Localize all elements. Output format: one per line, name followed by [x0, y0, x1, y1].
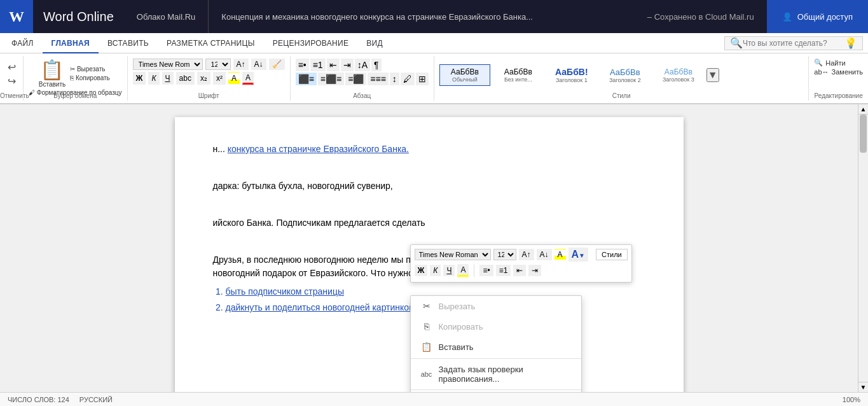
right-scrollbar[interactable]: ▲ ▼	[858, 104, 868, 392]
ft-highlight-color-button[interactable]: A	[457, 264, 469, 277]
style-heading2[interactable]: АаБбВв Заголовок 2	[600, 64, 651, 87]
app-logo: W	[0, 0, 33, 33]
show-marks-button[interactable]: ¶	[371, 59, 382, 71]
italic-button[interactable]: К	[148, 72, 159, 85]
ft-color-button[interactable]: A▼	[568, 248, 588, 262]
scrollbar-up-button[interactable]: ▲	[858, 104, 868, 115]
tab-insert[interactable]: ВСТАВИТЬ	[99, 33, 158, 53]
cloud-service-name: Облако Mail.Ru	[124, 0, 209, 33]
ft-bullets-button[interactable]: ≡•	[479, 265, 493, 276]
tab-file[interactable]: ФАЙЛ	[3, 33, 43, 53]
line-spacing-button[interactable]: ↕	[390, 73, 399, 85]
ft-grow-button[interactable]: A↑	[519, 249, 534, 260]
ribbon-search-input[interactable]	[743, 39, 844, 48]
redo-button[interactable]: ↪	[4, 74, 19, 88]
ctx-copy-icon: ⎘	[421, 321, 432, 332]
save-status: – Сохранено в Cloud Mail.ru	[635, 12, 767, 22]
style-no-spacing[interactable]: АаБбВв Без инте...	[493, 64, 544, 86]
style-heading3[interactable]: АаБбВв Заголовок 3	[653, 64, 704, 86]
status-bar: ЧИСЛО СЛОВ: 124 РУССКИЙ 100%	[0, 392, 868, 406]
ctx-divider-1	[411, 358, 581, 359]
ribbon-search-box[interactable]: 🔍 💡	[724, 36, 863, 50]
ft-bold-button[interactable]: Ж	[415, 265, 428, 276]
ft-underline-button[interactable]: Ч	[443, 265, 455, 276]
paste-area: 📋 Вставить ✂ Вырезать ⎘ Копировать	[39, 59, 112, 88]
ft-italic-button[interactable]: К	[430, 265, 441, 276]
font-color-button[interactable]: A	[242, 72, 254, 85]
ft-increase-indent-button[interactable]: ⇥	[528, 265, 541, 276]
ribbon-toolbar: ↩ ↪ Отменить 📋 Вставить ✂ Вырезать ⎘ Коп…	[0, 53, 868, 104]
highlight-button[interactable]: A	[228, 72, 240, 85]
cut-button[interactable]: ✂ Вырезать	[68, 65, 112, 73]
strikethrough-button[interactable]: abc	[176, 72, 195, 85]
borders-button[interactable]: ⊞	[416, 73, 429, 85]
font-family-select[interactable]: Times New Roman	[133, 59, 203, 70]
ft-shrink-button[interactable]: A↓	[537, 249, 552, 260]
paste-label: Вставить	[39, 81, 65, 88]
bold-button[interactable]: Ж	[133, 72, 146, 85]
ctx-spell-item[interactable]: abc Задать язык проверки правописания...	[411, 360, 581, 388]
scrollbar-track[interactable]	[858, 115, 868, 382]
main-area: Times New Roman 12 A↑ A↓ A A▼ Стили Ж К	[0, 104, 868, 392]
tab-home[interactable]: ГЛАВНАЯ	[43, 33, 99, 53]
styles-scroll-button[interactable]: ▼	[706, 68, 719, 82]
decrease-indent-button[interactable]: ⇤	[327, 59, 340, 71]
copy-button[interactable]: ⎘ Копировать	[68, 74, 112, 82]
ft-highlight-button[interactable]: A	[555, 249, 566, 260]
numbering-button[interactable]: ≡1	[310, 59, 326, 71]
undo-redo-group: ↩ ↪ Отменить	[0, 56, 24, 101]
clear-format-button[interactable]: 🧹	[269, 59, 285, 70]
document-scroll-area[interactable]: Times New Roman 12 A↑ A↓ A A▼ Стили Ж К	[0, 104, 858, 392]
ctx-copy-item[interactable]: ⎘ Копировать	[411, 316, 581, 337]
undo-group-label: Отменить	[0, 92, 23, 99]
font-grow-button[interactable]: A↑	[233, 59, 249, 70]
share-button[interactable]: 👤 Общий доступ	[767, 0, 868, 33]
subscript-button[interactable]: x₂	[197, 72, 210, 85]
shading-button[interactable]: 🖊	[401, 73, 415, 85]
ctx-spell-label: Задать язык проверки правописания...	[439, 365, 571, 384]
underline-button[interactable]: Ч	[162, 72, 174, 85]
ft-styles-button[interactable]: Стили	[596, 249, 628, 260]
scrollbar-thumb[interactable]	[860, 115, 867, 153]
title-bar-middle: Облако Mail.Ru Концепция и механика ново…	[124, 0, 767, 33]
ctx-paste-item[interactable]: 📋 Вставить	[411, 337, 581, 357]
style-normal-name: АаБбВв	[445, 67, 485, 76]
ctx-cut-item[interactable]: ✂ Вырезать	[411, 296, 581, 316]
style-heading3-name: АаБбВв	[659, 67, 698, 76]
superscript-button[interactable]: x²	[213, 72, 226, 85]
paste-icon: 📋	[40, 59, 64, 81]
word-count: ЧИСЛО СЛОВ: 124	[8, 396, 69, 403]
tab-view[interactable]: ВИД	[357, 33, 392, 53]
ft-font-size-select[interactable]: 12	[493, 249, 516, 260]
paste-button-area[interactable]: 📋 Вставить	[39, 59, 65, 88]
font-size-select[interactable]: 12	[205, 59, 231, 70]
document-page[interactable]: Times New Roman 12 A↑ A↓ A A▼ Стили Ж К	[175, 117, 684, 392]
bullets-button[interactable]: ≡•	[296, 59, 309, 71]
ctx-paragraph-item[interactable]: ≡ Абзац...	[411, 391, 581, 392]
scrollbar-down-button[interactable]: ▼	[858, 382, 868, 392]
undo-button[interactable]: ↩	[4, 60, 19, 74]
align-left-button[interactable]: ⬛≡	[296, 73, 317, 85]
ribbon-tabs: ФАЙЛ ГЛАВНАЯ ВСТАВИТЬ РАЗМЕТКА СТРАНИЦЫ …	[0, 33, 868, 53]
ctx-paste-label: Вставить	[439, 342, 474, 352]
replace-button[interactable]: ab↔ Заменить	[814, 68, 863, 76]
find-button[interactable]: 🔍 Найти	[814, 59, 863, 67]
style-heading1[interactable]: АаБбВ! Заголовок 1	[546, 64, 597, 87]
editing-group: 🔍 Найти ab↔ Заменить Редактирование	[809, 56, 868, 101]
tab-review[interactable]: РЕЦЕНЗИРОВАНИЕ	[264, 33, 358, 53]
font-shrink-button[interactable]: A↓	[251, 59, 266, 70]
sort-button[interactable]: ↕A	[355, 59, 370, 71]
align-center-button[interactable]: ≡⬛≡	[318, 73, 344, 85]
document-content[interactable]: н... конкурса на страничке Евразийского …	[213, 143, 645, 314]
paragraph-group-label: Абзац	[291, 92, 434, 99]
context-menu: ✂ Вырезать ⎘ Копировать 📋 Вставить abc З…	[410, 295, 582, 392]
tab-page-layout[interactable]: РАЗМЕТКА СТРАНИЦЫ	[158, 33, 264, 53]
ft-decrease-indent-button[interactable]: ⇤	[513, 265, 526, 276]
align-right-button[interactable]: ≡⬛	[345, 73, 366, 85]
justify-button[interactable]: ≡≡≡	[368, 73, 389, 85]
doc-link-1[interactable]: конкурса на страничке Евразийского Банка…	[228, 144, 409, 154]
increase-indent-button[interactable]: ⇥	[341, 59, 354, 71]
style-normal[interactable]: АаБбВв Обычный	[439, 64, 490, 86]
ft-font-family-select[interactable]: Times New Roman	[415, 249, 491, 260]
ft-numbering-button[interactable]: ≡1	[496, 265, 511, 276]
